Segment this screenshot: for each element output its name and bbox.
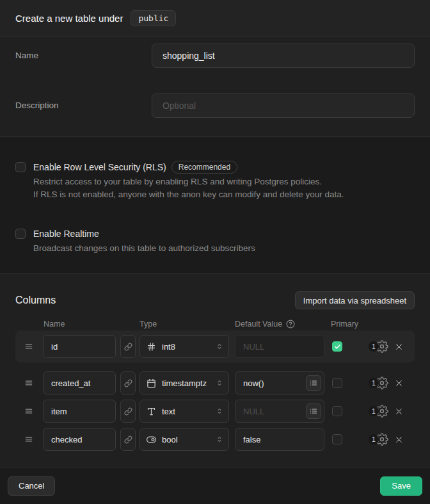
primary-key-checkbox[interactable] bbox=[332, 406, 342, 416]
column-default-input bbox=[235, 335, 324, 358]
rls-row: Enable Row Level Security (RLS) Recommen… bbox=[15, 161, 415, 201]
default-value-picker-icon[interactable] bbox=[306, 403, 321, 419]
realtime-row: Enable Realtime Broadcast changes on thi… bbox=[15, 227, 415, 255]
table-details-section: Name Description bbox=[0, 37, 430, 137]
remove-column-icon[interactable] bbox=[394, 407, 404, 416]
realtime-description: Broadcast changes on this table to autho… bbox=[33, 242, 255, 255]
save-button[interactable]: Save bbox=[380, 476, 422, 496]
table-name-input[interactable] bbox=[152, 44, 415, 68]
table-description-input[interactable] bbox=[152, 93, 415, 118]
drag-handle-icon[interactable] bbox=[24, 407, 33, 416]
column-type-select[interactable]: text bbox=[139, 400, 229, 423]
drag-handle-icon[interactable] bbox=[24, 342, 33, 351]
help-circle-icon[interactable] bbox=[286, 320, 295, 329]
realtime-label: Enable Realtime bbox=[33, 227, 99, 240]
chevron-up-down-icon bbox=[216, 379, 223, 387]
column-name-input[interactable] bbox=[43, 335, 116, 358]
schema-badge: public bbox=[131, 10, 176, 26]
rls-description-line2: If RLS is not enabled, anyone with the a… bbox=[33, 188, 344, 201]
remove-column-icon[interactable] bbox=[394, 435, 404, 444]
column-type-value: bool bbox=[162, 435, 178, 444]
settings-count-badge: 1 bbox=[369, 341, 379, 352]
column-type-value: timestamptz bbox=[162, 378, 207, 388]
column-type-value: int8 bbox=[162, 342, 175, 352]
column-settings-button[interactable]: 1 bbox=[369, 433, 388, 446]
toggle-icon bbox=[147, 435, 156, 444]
settings-count-badge: 1 bbox=[369, 378, 379, 388]
create-table-dialog: Create a new table under public Name Des… bbox=[0, 0, 430, 504]
header-primary: Primary bbox=[331, 320, 358, 329]
foreign-key-link-icon[interactable] bbox=[120, 400, 136, 423]
primary-key-row-container: int8 1 bbox=[15, 330, 415, 362]
column-type-select[interactable]: bool bbox=[139, 428, 229, 451]
columns-grid-header: Name Type Default Value Primary bbox=[0, 320, 430, 329]
column-default-input[interactable] bbox=[235, 428, 324, 451]
hash-icon bbox=[147, 342, 156, 352]
remove-column-icon[interactable] bbox=[394, 378, 404, 388]
realtime-checkbox[interactable] bbox=[15, 229, 26, 239]
column-name-input[interactable] bbox=[43, 371, 116, 394]
primary-key-checkbox[interactable] bbox=[332, 341, 342, 352]
column-name-input[interactable] bbox=[43, 428, 116, 451]
foreign-key-link-icon[interactable] bbox=[120, 371, 136, 394]
chevron-up-down-icon bbox=[216, 435, 223, 443]
dialog-header: Create a new table under public bbox=[0, 0, 430, 37]
column-type-select[interactable]: timestamptz bbox=[139, 371, 229, 394]
dialog-title: Create a new table under bbox=[15, 13, 123, 24]
column-settings-button[interactable]: 1 bbox=[369, 405, 388, 418]
column-settings-button[interactable]: 1 bbox=[369, 377, 388, 389]
column-type-select[interactable]: int8 bbox=[139, 335, 229, 358]
foreign-key-link-icon[interactable] bbox=[120, 335, 136, 358]
description-field-row: Description bbox=[15, 93, 415, 118]
column-settings-button[interactable]: 1 bbox=[369, 340, 388, 353]
column-row-item: text 1 bbox=[0, 400, 430, 423]
primary-key-checkbox[interactable] bbox=[332, 434, 342, 444]
drag-handle-icon[interactable] bbox=[24, 378, 33, 387]
chevron-up-down-icon bbox=[216, 343, 223, 350]
foreign-key-link-icon[interactable] bbox=[120, 428, 136, 451]
drag-handle-icon[interactable] bbox=[24, 435, 33, 444]
import-spreadsheet-button[interactable]: Import data via spreadsheet bbox=[295, 291, 415, 309]
security-section: Enable Row Level Security (RLS) Recommen… bbox=[0, 137, 430, 273]
columns-title: Columns bbox=[15, 295, 56, 306]
settings-count-badge: 1 bbox=[369, 406, 379, 416]
dialog-footer: Cancel Save bbox=[0, 467, 430, 504]
settings-count-badge: 1 bbox=[369, 434, 379, 444]
chevron-up-down-icon bbox=[216, 407, 223, 415]
name-field-row: Name bbox=[15, 44, 415, 68]
description-label: Description bbox=[15, 93, 152, 118]
default-value-picker-icon[interactable] bbox=[306, 375, 321, 391]
header-default-value: Default Value bbox=[235, 320, 282, 329]
header-name: Name bbox=[44, 320, 139, 329]
column-name-input[interactable] bbox=[43, 400, 116, 423]
remove-column-icon[interactable] bbox=[394, 342, 404, 352]
recommended-badge: Recommended bbox=[171, 161, 237, 174]
column-row-id: int8 1 bbox=[15, 335, 415, 358]
column-type-value: text bbox=[162, 407, 175, 416]
rls-description-line1: Restrict access to your table by enablin… bbox=[33, 175, 344, 188]
calendar-icon bbox=[147, 378, 156, 388]
column-row-checked: bool 1 bbox=[0, 428, 430, 451]
header-type: Type bbox=[139, 320, 235, 329]
rls-label: Enable Row Level Security (RLS) bbox=[33, 161, 166, 174]
columns-section: Columns Import data via spreadsheet Name… bbox=[0, 273, 430, 467]
primary-key-checkbox[interactable] bbox=[332, 378, 342, 388]
name-label: Name bbox=[15, 44, 152, 68]
rls-checkbox[interactable] bbox=[15, 162, 26, 172]
text-icon bbox=[147, 407, 156, 416]
column-row-created-at: timestamptz 1 bbox=[0, 371, 430, 394]
cancel-button[interactable]: Cancel bbox=[8, 476, 55, 496]
